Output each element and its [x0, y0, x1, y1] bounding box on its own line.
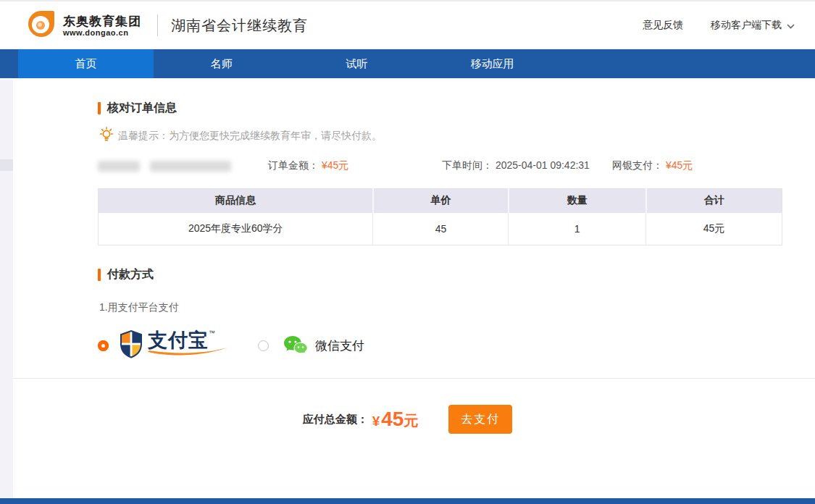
col-header-total: 合计 [646, 189, 782, 213]
left-gutter-handle [0, 159, 13, 171]
col-header-unit-price: 单价 [373, 189, 509, 213]
wechat-radio[interactable] [258, 340, 269, 351]
section-divider [13, 378, 815, 379]
table-header-row: 商品信息 单价 数量 合计 [99, 189, 782, 213]
bank-payment-label: 网银支付： [612, 159, 663, 171]
col-header-product: 商品信息 [99, 189, 373, 213]
main-nav: 首页 名师 试听 移动应用 [0, 49, 815, 78]
logo-url-text: www.dongao.cn [63, 28, 141, 37]
alipay-tm-mark: ™ [209, 329, 215, 337]
go-pay-button[interactable]: 去支付 [448, 405, 512, 434]
alipay-shield-icon [119, 329, 143, 361]
nav-tab-mobile-apps[interactable]: 移动应用 [425, 49, 560, 78]
order-items-table: 商品信息 单价 数量 合计 2025年度专业60学分 45 1 45元 [98, 188, 782, 245]
nav-tab-home[interactable]: 首页 [18, 49, 154, 78]
header-divider [157, 14, 158, 36]
order-tip: 温馨提示：为方便您更快完成继续教育年审，请尽快付款。 [99, 127, 782, 145]
alipay-radio[interactable] [98, 340, 109, 351]
bulb-icon [99, 127, 114, 145]
alipay-logo: 支付宝™ [119, 329, 227, 361]
order-amount-label: 订单金额： [268, 159, 319, 171]
redacted-name [98, 161, 261, 172]
cell-unit-price: 45 [373, 213, 509, 245]
feedback-link[interactable]: 意见反馈 [643, 19, 683, 32]
order-time-value: 2025-04-01 09:42:31 [496, 159, 590, 171]
section-accent-bar [98, 102, 101, 114]
cell-quantity: 1 [509, 213, 646, 245]
payment-options: 支付宝™ [98, 329, 782, 362]
header: 东奥教育集团 www.dongao.cn 湖南省会计继续教育 意见反馈 移动客户… [0, 1, 815, 49]
payment-section-title: 付款方式 [98, 267, 782, 282]
bank-payment: 网银支付： ¥45元 [612, 159, 693, 172]
payment-subtitle: 1.用支付平台支付 [99, 301, 782, 314]
section-accent-bar [98, 269, 101, 281]
payment-option-wechat[interactable]: 微信支付 [258, 335, 364, 356]
total-label: 应付总金额： [303, 413, 368, 427]
col-header-quantity: 数量 [509, 189, 646, 213]
bottom-bar [0, 498, 815, 504]
cell-product: 2025年度专业60学分 [99, 213, 373, 245]
dongao-logo-icon [25, 8, 57, 43]
chevron-down-icon [787, 20, 795, 31]
nav-tab-trial[interactable]: 试听 [289, 49, 425, 78]
payment-option-alipay[interactable]: 支付宝™ [98, 329, 227, 361]
nav-tab-teachers[interactable]: 名师 [154, 49, 289, 78]
bank-payment-value: ¥45元 [666, 159, 693, 171]
order-amount: 订单金额： ¥45元 [268, 159, 442, 172]
site-logo[interactable]: 东奥教育集团 www.dongao.cn [25, 8, 141, 43]
alipay-swoosh [146, 345, 232, 360]
redacted-chip [98, 161, 140, 172]
redacted-chip [150, 161, 231, 172]
checkout-row: 应付总金额： ¥ 45 元 去支付 [0, 405, 815, 434]
order-tip-text: 温馨提示：为方便您更快完成继续教育年审，请尽快付款。 [118, 130, 382, 143]
mobile-download-link[interactable]: 移动客户端下载 [711, 19, 795, 32]
wechat-label: 微信支付 [315, 337, 364, 354]
order-payment-page: 东奥教育集团 www.dongao.cn 湖南省会计继续教育 意见反馈 移动客户… [0, 0, 815, 504]
main-content: 核对订单信息 温馨提示：为方便您更快完成继续教育年 [0, 78, 815, 434]
cell-total: 45元 [646, 213, 782, 245]
page-title: 湖南省会计继续教育 [171, 16, 308, 35]
order-section-title: 核对订单信息 [98, 101, 782, 116]
order-time-label: 下单时间： [442, 159, 493, 171]
table-row: 2025年度专业60学分 45 1 45元 [99, 213, 782, 245]
order-amount-value: ¥45元 [322, 159, 348, 171]
logo-brand-text: 东奥教育集团 [63, 14, 141, 28]
total-price: ¥ 45 元 [372, 408, 419, 431]
left-gutter [0, 80, 13, 504]
order-time: 下单时间： 2025-04-01 09:42:31 [442, 159, 612, 172]
wechat-bubbles-icon [283, 335, 308, 356]
order-meta-row: 订单金额： ¥45元 下单时间： 2025-04-01 09:42:31 网银支… [98, 159, 782, 172]
